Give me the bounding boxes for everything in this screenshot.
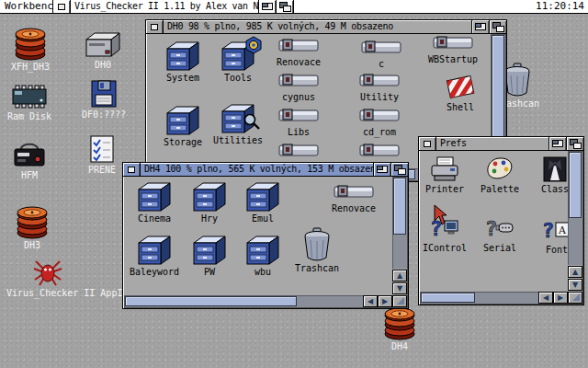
scroll-down-arrow[interactable]: ▼	[392, 282, 407, 294]
close-gadget[interactable]	[146, 20, 164, 33]
default-drawer-icon	[359, 109, 400, 121]
drawer-icon	[136, 235, 173, 266]
resize-gadget[interactable]	[568, 292, 582, 304]
dh0-icon-c[interactable]: c	[340, 40, 423, 70]
depth-gadget[interactable]	[390, 163, 408, 176]
drawer-icon	[136, 181, 173, 213]
depth-gadget[interactable]	[489, 20, 506, 33]
dh0-window-titlebar[interactable]: DH0 98 % plno, 985 K volných, 49 M obsaz…	[146, 20, 506, 34]
device-icon	[13, 140, 46, 169]
depth-gadget[interactable]	[566, 137, 583, 150]
dh4-icon-trashcan[interactable]: Trashcan	[276, 227, 358, 274]
dh0-icon-cygnus[interactable]: cygnus	[257, 74, 340, 103]
serial-icon	[484, 214, 515, 242]
scroll-up-arrow[interactable]: ▲	[392, 270, 407, 282]
vertical-scrollbar-thumb[interactable]	[569, 152, 582, 218]
icon-label: Shell	[419, 102, 502, 113]
desktop-icon-virus-checker-appicon[interactable]: Virus_Checker II AppIcon	[6, 256, 89, 299]
icon-label: Emul	[221, 213, 304, 224]
icon-label: Renovace	[257, 57, 340, 68]
default-drawer-icon	[278, 39, 319, 52]
icon-label: Utility	[338, 92, 421, 103]
dh0-icon-renovace[interactable]: Renovace	[257, 39, 340, 68]
horizontal-scrollbar[interactable]	[420, 292, 538, 304]
icon-label: WBStartup	[412, 54, 494, 65]
printer-icon	[429, 155, 460, 183]
dh4-icon-renovace[interactable]: Renovace	[312, 185, 395, 214]
virus-checker-window-titlebar[interactable]: Virus_Checker II 1.11 by Alex van Niel	[52, 0, 294, 14]
scroll-left-arrow[interactable]: ◀	[538, 292, 553, 304]
desktop-icon-ram-disk[interactable]: Ram Disk	[0, 83, 71, 122]
default-drawer-icon	[433, 36, 473, 49]
icon-label: cd_rom	[338, 127, 421, 138]
checklist-icon	[88, 134, 116, 164]
icon-label: Ram Disk	[0, 111, 71, 122]
dh0-icon-wbstartup[interactable]: WBStartup	[412, 36, 494, 65]
floppy-disk-icon	[89, 79, 119, 109]
icon-label: DH3	[0, 240, 74, 251]
desktop-icon-df0[interactable]: DF0:????	[62, 79, 145, 121]
dh0-icon-drawer-partial-1[interactable]	[257, 144, 340, 162]
horizontal-scrollbar-thumb[interactable]	[421, 293, 475, 303]
default-drawer-icon	[278, 74, 319, 86]
default-drawer-icon	[278, 109, 319, 121]
desktop-icon-dh3[interactable]: DH3	[0, 206, 74, 251]
icon-label: Libs	[257, 127, 340, 138]
prefs-window-titlebar[interactable]: Prefs	[419, 137, 583, 151]
drawer-icon	[164, 40, 201, 72]
desktop-icon-dh0[interactable]: DH0	[62, 31, 144, 71]
close-gadget[interactable]	[53, 0, 71, 13]
scroll-right-arrow[interactable]: ▶	[378, 295, 392, 307]
zoom-gadget[interactable]	[471, 20, 489, 33]
vertical-scrollbar[interactable]	[392, 177, 407, 269]
icon-label: DH0	[62, 60, 144, 71]
horizontal-scrollbar[interactable]	[124, 295, 363, 307]
disk-stack-icon	[16, 206, 49, 239]
class-icon	[539, 155, 571, 183]
close-gadget[interactable]	[419, 137, 436, 150]
workbench-screen: Workbench Virus_Checker II 1.11 by Alex …	[0, 0, 588, 368]
default-drawer-icon	[361, 40, 401, 53]
dh0-icon-utility[interactable]: Utility	[338, 74, 421, 103]
desktop-icon-dh4[interactable]: DH4	[358, 307, 441, 352]
default-drawer-icon	[359, 144, 400, 156]
horizontal-scrollbar-thumb[interactable]	[125, 296, 297, 306]
vertical-scrollbar-thumb[interactable]	[492, 35, 504, 140]
prefs-window-title: Prefs	[436, 137, 548, 150]
dh0-icon-libs[interactable]: Libs	[257, 109, 340, 138]
zoom-gadget[interactable]	[258, 0, 276, 13]
vertical-scrollbar[interactable]	[568, 151, 582, 265]
zoom-gadget[interactable]	[373, 163, 390, 176]
icon-label: Renovace	[312, 203, 395, 214]
close-gadget[interactable]	[123, 163, 141, 176]
clock: 11:20:14	[536, 0, 584, 13]
default-drawer-icon	[278, 144, 319, 156]
dh4-window-title: DH4 100 % plno, 565 K volných, 153 M obs…	[141, 163, 373, 176]
icon-label: Trashcan	[276, 263, 358, 274]
scroll-right-arrow[interactable]: ▶	[553, 292, 568, 304]
icon-label: cygnus	[257, 92, 340, 103]
zoom-gadget[interactable]	[548, 137, 566, 150]
icon-label: c	[340, 59, 423, 70]
drawer-icon	[244, 181, 281, 213]
dh4-icon-emul[interactable]: Emul	[221, 181, 304, 224]
virus-checker-window-title: Virus_Checker II 1.11 by Alex van Niel	[71, 0, 258, 13]
dh4-window: DH4 100 % plno, 565 K volných, 153 M obs…	[122, 162, 409, 309]
dh0-window-title: DH0 98 % plno, 985 K volných, 49 M obsaz…	[164, 20, 471, 33]
depth-gadget[interactable]	[276, 0, 293, 13]
default-drawer-icon	[359, 74, 400, 86]
mouse-pointer	[434, 204, 450, 226]
default-drawer-icon	[334, 185, 374, 198]
shell-icon	[446, 72, 475, 101]
resize-gadget[interactable]	[392, 295, 407, 307]
scroll-down-arrow[interactable]: ▼	[568, 279, 582, 291]
vertical-scrollbar-thumb[interactable]	[393, 178, 406, 235]
dh4-window-titlebar[interactable]: DH4 100 % plno, 565 K volných, 153 M obs…	[123, 163, 408, 177]
dh0-icon-drawer-partial-2[interactable]	[338, 144, 421, 162]
dh0-icon-cd-rom[interactable]: cd_rom	[338, 109, 421, 138]
dh0-icon-shell[interactable]: Shell	[419, 72, 502, 113]
scroll-up-arrow[interactable]: ▲	[568, 266, 582, 278]
drawer-icon	[164, 105, 201, 136]
vertical-scrollbar[interactable]	[491, 34, 505, 142]
scroll-left-arrow[interactable]: ◀	[363, 295, 378, 307]
